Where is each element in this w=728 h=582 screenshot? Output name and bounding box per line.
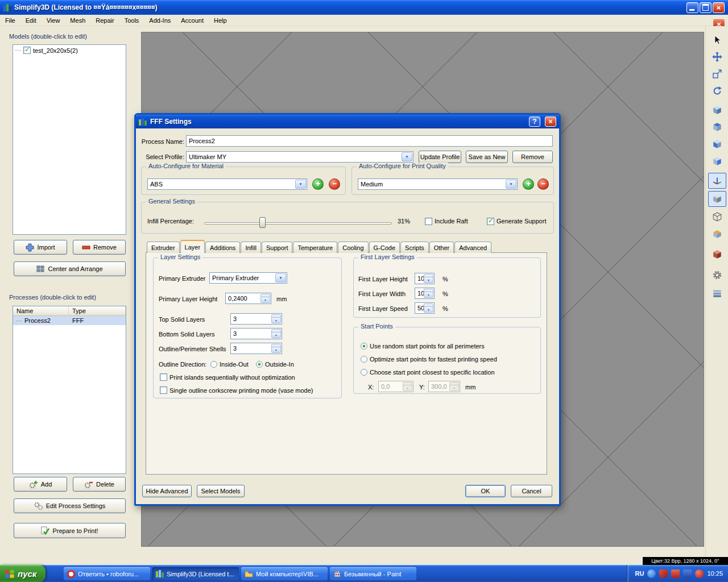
bottom-solid-layers-input[interactable]: 3 bbox=[230, 328, 282, 339]
inside-out-radio[interactable] bbox=[210, 361, 217, 368]
tab-additions[interactable]: Additions bbox=[205, 242, 240, 253]
update-profile-button[interactable]: Update Profile bbox=[419, 151, 461, 163]
menu-repair[interactable]: Repair bbox=[90, 15, 119, 26]
app-titlebar[interactable]: Simplify3D (Licensed to ¤¤Ÿá¤¤¤¤¤¤x¤¤¤¤¤… bbox=[0, 0, 728, 15]
models-list[interactable]: test_20x20x5(2) bbox=[13, 44, 126, 235]
tab-advanced[interactable]: Advanced bbox=[454, 242, 491, 253]
delete-process-button[interactable]: Delete bbox=[73, 477, 126, 492]
dialog-close-button[interactable]: × bbox=[545, 117, 556, 127]
machine-settings-button[interactable] bbox=[708, 267, 726, 283]
support-structures-button[interactable] bbox=[708, 247, 726, 263]
model-visibility-checkbox[interactable] bbox=[23, 47, 31, 54]
material-dropdown[interactable]: ABS bbox=[147, 178, 307, 190]
menu-mesh[interactable]: Mesh bbox=[65, 15, 90, 26]
dialog-titlebar[interactable]: FFF Settings ? × bbox=[136, 115, 559, 128]
menu-addins[interactable]: Add-Ins bbox=[144, 15, 176, 26]
import-button[interactable]: Import bbox=[14, 240, 67, 255]
cancel-button[interactable]: Cancel bbox=[511, 485, 552, 497]
remove-profile-button[interactable]: Remove bbox=[512, 151, 553, 163]
closest-start-radio[interactable] bbox=[361, 369, 367, 376]
column-type[interactable]: Type bbox=[69, 306, 126, 315]
process-row[interactable]: Process2 FFF bbox=[13, 316, 126, 325]
add-process-button[interactable]: Add bbox=[14, 477, 67, 492]
tab-temperature[interactable]: Temperature bbox=[293, 242, 337, 253]
tab-cooling[interactable]: Cooling bbox=[338, 242, 368, 253]
menu-help[interactable]: Help bbox=[209, 15, 232, 26]
ok-button[interactable]: OK bbox=[465, 485, 506, 497]
outside-in-radio[interactable] bbox=[256, 361, 263, 368]
tab-extruder[interactable]: Extruder bbox=[147, 242, 180, 253]
tab-scripts[interactable]: Scripts bbox=[400, 242, 429, 253]
outline-shells-input[interactable]: 3 bbox=[230, 343, 282, 354]
tab-infill[interactable]: Infill bbox=[241, 242, 261, 253]
select-tool-button[interactable] bbox=[708, 32, 726, 48]
prepare-to-print-button[interactable]: Prepare to Print! bbox=[14, 523, 126, 538]
close-button[interactable]: × bbox=[713, 2, 725, 13]
remove-model-button[interactable]: Remove bbox=[73, 240, 126, 255]
taskbar-item-explorer[interactable]: Мой компьютер\VIB... bbox=[241, 567, 328, 580]
rotate-tool-button[interactable] bbox=[708, 83, 726, 99]
primary-extruder-dropdown[interactable]: Primary Extruder bbox=[209, 272, 287, 284]
clock[interactable]: 10:25 bbox=[707, 570, 723, 577]
save-as-new-button[interactable]: Save as New bbox=[466, 151, 508, 163]
language-indicator[interactable]: RU bbox=[635, 570, 644, 577]
menu-account[interactable]: Account bbox=[176, 15, 209, 26]
processes-table[interactable]: Name Type Process2 FFF bbox=[13, 306, 126, 474]
tray-update-icon[interactable] bbox=[647, 569, 656, 578]
vase-mode-checkbox[interactable] bbox=[160, 386, 167, 394]
first-layer-height-input[interactable]: 100 bbox=[415, 273, 435, 284]
taskbar-item-paint[interactable]: Безымянный - Paint bbox=[330, 567, 416, 580]
tray-ati-icon[interactable] bbox=[671, 569, 680, 578]
menu-edit[interactable]: Edit bbox=[20, 15, 42, 26]
menu-tools[interactable]: Tools bbox=[119, 15, 144, 26]
move-tool-button[interactable] bbox=[708, 49, 726, 65]
remove-material-button[interactable] bbox=[329, 178, 340, 190]
tray-shield-icon[interactable] bbox=[659, 569, 668, 578]
generate-support-checkbox[interactable] bbox=[487, 218, 494, 225]
view-top-button[interactable] bbox=[708, 119, 726, 135]
infill-slider[interactable] bbox=[204, 217, 392, 228]
process-name-input[interactable]: Process2 bbox=[186, 135, 553, 147]
dialog-help-button[interactable]: ? bbox=[529, 117, 540, 127]
minimize-button[interactable] bbox=[686, 2, 698, 13]
taskbar-item-browser[interactable]: Ответить • roboforu... bbox=[64, 567, 150, 580]
quality-dropdown[interactable]: Medium bbox=[358, 178, 518, 190]
print-islands-checkbox[interactable] bbox=[160, 373, 167, 381]
solid-view-button[interactable] bbox=[708, 191, 726, 207]
select-models-button[interactable]: Select Models bbox=[197, 485, 245, 497]
profile-dropdown[interactable]: Ultimaker MY bbox=[186, 151, 413, 163]
menu-file[interactable]: File bbox=[0, 15, 20, 26]
y-input[interactable]: 300,0 bbox=[428, 381, 460, 392]
center-arrange-button[interactable]: Center and Arrange bbox=[14, 261, 126, 276]
tab-other[interactable]: Other bbox=[429, 242, 454, 253]
layers-preview-button[interactable] bbox=[708, 285, 726, 301]
add-material-button[interactable] bbox=[312, 178, 324, 190]
optimize-start-radio[interactable] bbox=[361, 356, 367, 363]
x-input[interactable]: 0,0 bbox=[378, 381, 413, 392]
first-layer-speed-input[interactable]: 50 bbox=[415, 302, 435, 314]
cross-section-button[interactable] bbox=[708, 226, 726, 242]
start-button[interactable]: пуск bbox=[0, 565, 46, 582]
taskbar-item-simplify3d[interactable]: Simplify3D (Licensed t... bbox=[152, 567, 239, 580]
slider-thumb[interactable] bbox=[259, 217, 266, 228]
top-solid-layers-input[interactable]: 3 bbox=[230, 313, 282, 325]
view-default-button[interactable] bbox=[708, 102, 726, 118]
maximize-button[interactable] bbox=[700, 2, 712, 13]
wireframe-view-button[interactable] bbox=[708, 209, 726, 225]
column-name[interactable]: Name bbox=[13, 306, 69, 315]
primary-layer-height-input[interactable]: 0,2400 bbox=[225, 293, 271, 304]
view-front-button[interactable] bbox=[708, 136, 726, 152]
view-side-button[interactable] bbox=[708, 153, 726, 169]
menu-view[interactable]: View bbox=[42, 15, 65, 26]
tab-layer[interactable]: Layer bbox=[180, 240, 205, 253]
tray-messenger-icon[interactable] bbox=[695, 569, 704, 578]
remove-quality-button[interactable] bbox=[537, 178, 549, 190]
random-start-radio[interactable] bbox=[361, 343, 367, 350]
edit-process-settings-button[interactable]: Edit Process Settings bbox=[14, 498, 126, 513]
show-axes-button[interactable] bbox=[708, 173, 726, 189]
tab-support[interactable]: Support bbox=[262, 242, 293, 253]
tab-gcode[interactable]: G-Code bbox=[369, 242, 400, 253]
scale-tool-button[interactable] bbox=[708, 66, 726, 82]
first-layer-width-input[interactable]: 100 bbox=[415, 288, 435, 299]
model-list-item[interactable]: test_20x20x5(2) bbox=[13, 45, 126, 56]
